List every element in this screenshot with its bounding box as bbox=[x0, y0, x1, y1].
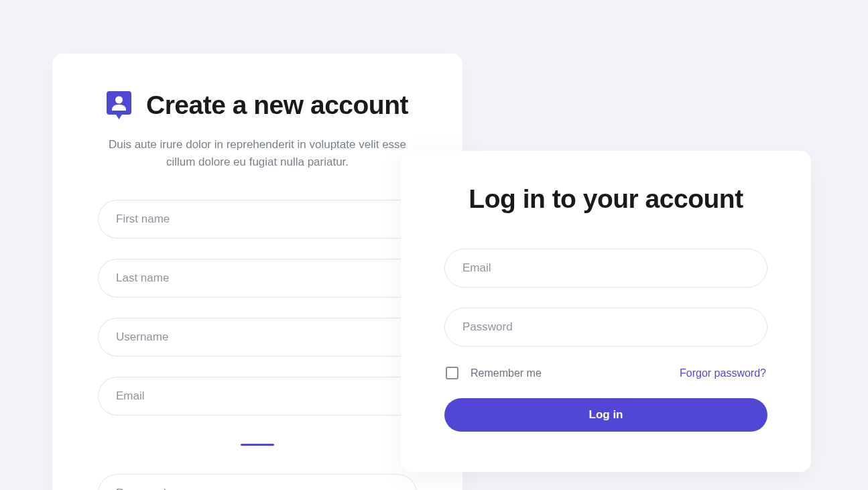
remember-me-label: Remember me bbox=[471, 367, 542, 379]
login-title: Log in to your account bbox=[444, 184, 767, 214]
svg-point-1 bbox=[115, 97, 123, 104]
remember-me-wrap: Remember me bbox=[446, 367, 542, 379]
signup-title: Create a new account bbox=[146, 90, 408, 120]
person-badge-icon bbox=[107, 91, 131, 119]
signup-description: Duis aute irure dolor in reprehenderit i… bbox=[107, 136, 408, 172]
last-name-field[interactable] bbox=[98, 259, 417, 298]
login-button[interactable]: Log in bbox=[444, 398, 767, 432]
section-divider bbox=[241, 444, 274, 446]
login-password-field[interactable] bbox=[444, 308, 767, 347]
login-options-row: Remember me Forgor password? bbox=[444, 367, 767, 379]
forgot-password-link[interactable]: Forgor password? bbox=[680, 367, 766, 379]
signup-password-field[interactable] bbox=[98, 474, 417, 490]
login-email-field[interactable] bbox=[444, 249, 767, 288]
remember-me-checkbox[interactable] bbox=[446, 367, 458, 379]
login-card: Log in to your account Remember me Forgo… bbox=[401, 151, 811, 472]
signup-email-field[interactable] bbox=[98, 377, 417, 416]
signup-header: Create a new account bbox=[98, 90, 417, 120]
username-field[interactable] bbox=[98, 318, 417, 357]
first-name-field[interactable] bbox=[98, 200, 417, 239]
